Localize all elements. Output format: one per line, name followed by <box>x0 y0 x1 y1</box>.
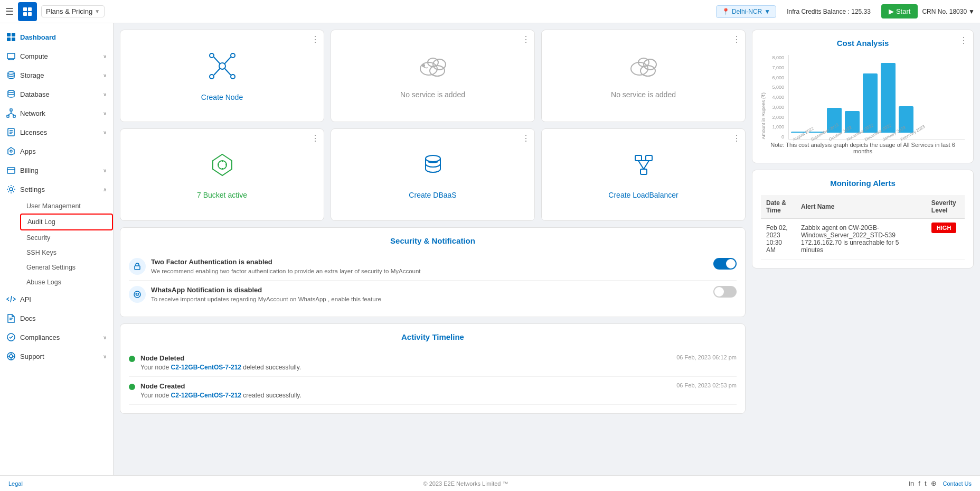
timeline-time-1: 06 Feb, 2023 02:53 pm <box>676 382 737 388</box>
2fa-desc: We recommend enabling two factor authent… <box>151 268 421 274</box>
plans-pricing-dropdown[interactable]: Plans & Pricing ▼ <box>41 5 105 17</box>
sidebar-sub-abuse-logs[interactable]: Abuse Logs <box>20 275 113 290</box>
timeline-title-1: Node Created <box>140 382 185 390</box>
settings-icon <box>6 184 16 194</box>
cloud-icon-2 <box>628 53 659 85</box>
cost-panel-menu[interactable]: ⋮ <box>959 35 968 45</box>
facebook-icon[interactable]: f <box>918 479 920 487</box>
2fa-icon <box>129 258 146 275</box>
node-label: Create Node <box>201 93 243 101</box>
whatsapp-desc: To receive important updates regarding M… <box>151 296 381 302</box>
footer-legal[interactable]: Legal <box>8 480 23 487</box>
card-menu-lb[interactable]: ⋮ <box>732 133 741 143</box>
card-create-node[interactable]: ⋮ Creat <box>120 30 324 122</box>
network-icon <box>6 108 16 118</box>
plans-chevron-icon: ▼ <box>95 8 100 14</box>
svg-line-45 <box>224 68 231 75</box>
rss-icon[interactable]: ⊕ <box>931 479 937 487</box>
billing-icon <box>6 165 16 175</box>
security-panel-title: Security & Notification <box>129 236 737 245</box>
card-no-service-2[interactable]: ⋮ No service is added <box>541 30 746 122</box>
apps-icon <box>6 146 16 156</box>
whatsapp-title: WhatsApp Notification is disabled <box>151 286 708 294</box>
lb-label: Create LoadBalancer <box>608 191 678 199</box>
sidebar-item-dashboard[interactable]: Dashboard <box>0 27 113 47</box>
card-menu-2[interactable]: ⋮ <box>732 34 741 44</box>
col-datetime: Date & Time <box>761 195 796 219</box>
cost-chart-note: Note: This cost analysis graph depicts t… <box>761 142 965 154</box>
timeline-content-0: Node Deleted 06 Feb, 2023 06:12 pm Your … <box>140 354 737 371</box>
bar-group: August 2022 <box>791 55 806 139</box>
sidebar-item-settings[interactable]: Settings ∧ <box>0 180 113 199</box>
cards-row-2: ⋮ 7 Bucket active <box>120 128 746 221</box>
compute-icon <box>6 51 16 61</box>
infra-credits: Infra Credits Balance : 125.33 <box>787 8 871 15</box>
sidebar-item-compliances[interactable]: Compliances ∨ <box>0 328 113 347</box>
svg-rect-67 <box>135 266 140 270</box>
cards-row-1: ⋮ Creat <box>120 30 746 122</box>
svg-point-27 <box>10 188 13 191</box>
sidebar-item-compute[interactable]: Compute ∨ <box>0 47 113 66</box>
svg-rect-4 <box>7 33 11 36</box>
card-menu-node[interactable]: ⋮ <box>311 34 319 44</box>
card-bucket-active[interactable]: ⋮ 7 Bucket active <box>120 128 324 221</box>
region-selector[interactable]: 📍 Delhi-NCR ▼ <box>716 5 776 18</box>
start-button[interactable]: ▶ Start <box>881 4 918 18</box>
svg-point-55 <box>218 161 227 169</box>
activity-timeline-panel: Activity Timeline Node Deleted 06 Feb, 2… <box>120 323 746 414</box>
location-icon: 📍 <box>722 8 730 15</box>
dbaas-icon <box>418 150 448 186</box>
main-content: ⋮ Creat <box>114 23 980 475</box>
card-no-service-1[interactable]: ⋮ No service is added <box>331 30 535 122</box>
dbaas-label: Create DBaaS <box>409 191 456 199</box>
sidebar-item-billing[interactable]: Billing ∨ <box>0 161 113 180</box>
crn-selector[interactable]: CRN No. 18030 ▼ <box>922 8 975 15</box>
bucket-icon <box>208 150 237 186</box>
timeline-desc-0: Your node C2-12GB-CentOS-7-212 deleted s… <box>140 364 737 371</box>
timeline-item-1: Node Created 06 Feb, 2023 02:53 pm Your … <box>129 377 737 405</box>
svg-point-24 <box>10 150 12 152</box>
card-menu-dbaas[interactable]: ⋮ <box>522 133 530 143</box>
footer-copyright: © 2023 E2E Networks Limited ™ <box>423 480 508 487</box>
svg-rect-0 <box>23 7 27 11</box>
svg-point-69 <box>136 293 137 294</box>
sidebar-item-apps[interactable]: Apps <box>0 142 113 161</box>
timeline-title-0: Node Deleted <box>140 354 184 362</box>
loadbalancer-icon <box>629 150 658 186</box>
whatsapp-toggle[interactable] <box>713 286 737 298</box>
card-menu-bucket[interactable]: ⋮ <box>311 133 319 143</box>
sidebar-item-api[interactable]: API <box>0 290 113 309</box>
svg-rect-61 <box>635 155 642 161</box>
sidebar-item-database[interactable]: Database ∨ <box>0 85 113 104</box>
sidebar-sub-security[interactable]: Security <box>20 230 113 245</box>
sidebar-sub-ssh-keys[interactable]: SSH Keys <box>20 245 113 260</box>
sidebar-item-network[interactable]: Network ∨ <box>0 104 113 123</box>
twitter-icon[interactable]: t <box>925 479 927 487</box>
cards-area: ⋮ Creat <box>120 30 746 469</box>
card-menu-1[interactable]: ⋮ <box>522 34 530 44</box>
svg-line-18 <box>8 113 11 115</box>
compliances-chevron-icon: ∨ <box>103 335 107 340</box>
monitoring-alerts-panel: Monitoring Alerts Date & Time Alert Name… <box>752 170 974 268</box>
hamburger-button[interactable]: ☰ <box>5 6 14 17</box>
timeline-content-1: Node Created 06 Feb, 2023 02:53 pm Your … <box>140 382 737 399</box>
2fa-toggle[interactable] <box>713 258 737 270</box>
sidebar-sub-user-management[interactable]: User Management <box>20 199 113 214</box>
sidebar-sub-general-settings[interactable]: General Settings <box>20 260 113 275</box>
sidebar-item-support[interactable]: Support ∨ <box>0 347 113 366</box>
sidebar-item-docs[interactable]: Docs <box>0 309 113 328</box>
sidebar-item-licenses[interactable]: Licenses ∨ <box>0 123 113 142</box>
storage-chevron-icon: ∨ <box>103 72 107 78</box>
svg-rect-2 <box>23 12 27 16</box>
footer-contact[interactable]: Contact Us <box>943 480 972 487</box>
card-dbaas[interactable]: ⋮ Create DBaaS <box>331 128 535 221</box>
linkedin-icon[interactable]: in <box>909 479 914 487</box>
sidebar-sub-audit-log[interactable]: Audit Log <box>20 214 113 230</box>
timeline-dot-0 <box>129 356 135 362</box>
region-chevron-icon: ▼ <box>764 8 770 15</box>
cost-analysis-panel: ⋮ Cost Analysis Amount in Rupees (₹) 8,0… <box>752 30 974 163</box>
svg-line-42 <box>214 57 220 64</box>
card-loadbalancer[interactable]: ⋮ Create LoadBalancer <box>541 128 746 221</box>
svg-point-39 <box>231 53 235 58</box>
sidebar-item-storage[interactable]: Storage ∨ <box>0 66 113 85</box>
